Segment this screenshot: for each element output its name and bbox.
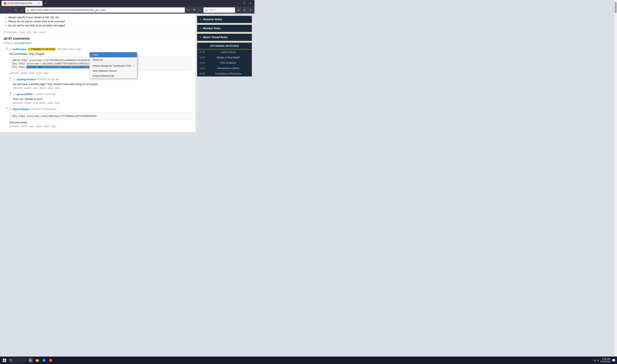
refresh-button[interactable]: ↻ — [14, 7, 19, 13]
code-line-4-0: [Sky 720p] acestream://541c2d6015ec1c777… — [12, 115, 190, 118]
match-thread-rules-header[interactable]: + Match Thread Rules — [197, 34, 252, 41]
vote-arrows-3: ▲ ▼ — [9, 91, 12, 97]
embed-3[interactable]: embed — [24, 102, 31, 104]
close-button[interactable]: ✕ — [247, 1, 253, 6]
embed-1[interactable]: embed — [20, 72, 27, 74]
collapse-button-2[interactable]: [-] — [14, 78, 15, 81]
upvote-button-2[interactable]: ▲ — [9, 77, 12, 79]
downvote-button-2[interactable]: ▼ — [9, 79, 12, 82]
match-thread-rules-label: Match Thread Rules — [203, 36, 228, 39]
report-3[interactable]: report — [47, 102, 53, 104]
permalink-4[interactable]: permalink — [9, 125, 19, 128]
comment-count[interactable]: 87 comments — [4, 31, 17, 34]
upvote-button-3[interactable]: ▲ — [9, 91, 12, 94]
parent-4[interactable]: parent — [36, 125, 42, 128]
reply-1[interactable]: reply — [43, 72, 48, 74]
author-buffstreams[interactable]: buffstreams — [13, 48, 27, 51]
context-menu-view-source[interactable]: View Selection Source — [90, 68, 137, 73]
options-button[interactable]: ••• — [186, 7, 191, 13]
pocket-button[interactable]: ⚑ — [192, 7, 197, 13]
permalink-3[interactable]: permalink — [13, 102, 23, 104]
search-bar[interactable]: 🔍 Search — [204, 7, 235, 13]
rules-list: Always specify if your stream is HD, SD,… — [4, 16, 192, 27]
permalink-2[interactable]: permalink — [13, 87, 23, 89]
streamer-rules-header[interactable]: + Streamer Rules — [197, 16, 252, 23]
report-4[interactable]: report — [44, 125, 50, 128]
browser-window: r [15:00 GMT] Manchester Unite... ✕ + − … — [0, 0, 254, 132]
share-1[interactable]: share — [29, 72, 34, 74]
embed-4[interactable]: embed — [20, 125, 27, 128]
report-2[interactable]: report — [47, 87, 53, 89]
comment-header-3: ▲ ▼ [-] gerson250991 11 points 2 hours a… — [9, 91, 192, 97]
match-thread-rules-plus-icon: + — [200, 36, 201, 39]
comment-actions-2: permalink embed share parent report repl… — [13, 87, 192, 89]
address-bar[interactable]: 🔒 https://www.reddit.com/r/soccerstreams… — [25, 7, 185, 13]
upvote-button-4[interactable]: ▲ — [6, 106, 8, 109]
upcoming-matches-header: UPCOMING MATCHES — [197, 43, 252, 50]
share-2[interactable]: share — [33, 87, 38, 89]
upvote-button-1[interactable]: ▲ — [6, 47, 8, 49]
comment-body-3: How can I donate to you? — [13, 98, 192, 101]
report-link[interactable]: report — [39, 31, 45, 34]
comment-gerson: ▲ ▼ [-] gerson250991 11 points 2 hours a… — [4, 91, 192, 104]
tab-close-button[interactable]: ✕ — [38, 2, 40, 5]
library-button[interactable]: ☰ — [236, 7, 241, 13]
new-tab-button[interactable]: + — [43, 1, 48, 6]
window-controls: − ❐ ✕ — [235, 1, 253, 6]
member-rules-plus-icon: + — [200, 26, 201, 30]
share-4[interactable]: share — [29, 125, 34, 128]
nav-bar: ← → ↻ ⌂ 🔒 https://www.reddit.com/r/socce… — [0, 7, 254, 13]
post-actions: 87 comments share save hide report — [4, 29, 192, 34]
parent-2[interactable]: parent — [40, 87, 46, 89]
save-link[interactable]: save — [27, 31, 31, 34]
match-name-3: Internacional vs Bahia — [207, 67, 250, 70]
comment-points-4: 10 points — [31, 108, 40, 110]
parent-3[interactable]: parent — [40, 102, 46, 104]
embed-2[interactable]: embed — [24, 87, 31, 89]
comment-points-3: 11 points — [34, 93, 43, 95]
reply-2[interactable]: reply — [55, 87, 60, 89]
scroll-area[interactable]: Always specify if your stream is HD, SD,… — [0, 13, 196, 132]
home-button[interactable]: ⌂ — [19, 7, 25, 13]
maximize-button[interactable]: ❐ — [241, 1, 247, 6]
highlighted-acestream: acestream://41ec1dc2dfe5801f54ff901bf002… — [27, 66, 99, 68]
share-3[interactable]: share — [33, 102, 38, 104]
forward-button[interactable]: → — [7, 7, 13, 13]
bullet-item-3: Do not ask for any links to be privately… — [8, 24, 192, 27]
sort-by-label: sorted by: top (suggested) ▼ — [4, 42, 192, 44]
back-button[interactable]: ← — [1, 7, 7, 13]
downvote-button-3[interactable]: ▼ — [9, 94, 12, 97]
minimize-button[interactable]: − — [235, 1, 241, 6]
search-icon: 🔍 — [205, 9, 208, 11]
context-menu-copy[interactable]: Copy — [90, 52, 137, 57]
bookmark-button[interactable]: ☆ — [197, 7, 203, 13]
author-purplegreendave[interactable]: purplegreendave — [17, 78, 36, 81]
author-gerson[interactable]: gerson250991 — [17, 93, 33, 96]
match-row-4: 19:00 Corinthians vs Fluminense — [197, 71, 252, 77]
sort-value[interactable]: top (suggested) ▼ — [14, 42, 32, 44]
sync-button[interactable]: ⊡ — [242, 7, 247, 13]
collapse-button-3[interactable]: [-] — [14, 93, 15, 95]
match-name-0: Lazio vs Roma — [207, 51, 250, 53]
context-menu-inspect[interactable]: Inspect Element (Q) — [90, 73, 137, 78]
context-menu: Copy Select All Search Google for "acest… — [89, 52, 137, 78]
comment-actions-4: permalink embed share parent report repl… — [9, 125, 192, 128]
downvote-button-1[interactable]: ▼ — [6, 49, 8, 52]
reply-4[interactable]: reply — [51, 125, 56, 128]
context-menu-search-google[interactable]: Search Google for "acestream://41e..." — [90, 63, 137, 68]
hide-link[interactable]: hide — [33, 31, 37, 34]
vote-arrows-1: ▲ ▼ — [6, 47, 8, 52]
permalink-1[interactable]: permalink — [9, 72, 19, 74]
share-link[interactable]: share — [19, 31, 25, 34]
match-name-4: Corinthians vs Fluminense — [207, 72, 250, 75]
downvote-button-4[interactable]: ▼ — [6, 109, 8, 112]
reply-3[interactable]: reply — [55, 102, 60, 104]
context-menu-select-all[interactable]: Select All — [90, 57, 137, 62]
collapse-button-4[interactable]: [-] — [10, 108, 12, 110]
menu-button[interactable]: ≡ — [248, 7, 253, 13]
report-1[interactable]: report — [36, 72, 42, 74]
collapse-button-1[interactable]: [-] — [10, 48, 12, 51]
active-tab[interactable]: r [15:00 GMT] Manchester Unite... ✕ — [1, 1, 42, 6]
member-rules-header[interactable]: + Member Rules — [197, 25, 252, 32]
author-pigeonnipples[interactable]: PigeonNipples — [13, 108, 30, 111]
